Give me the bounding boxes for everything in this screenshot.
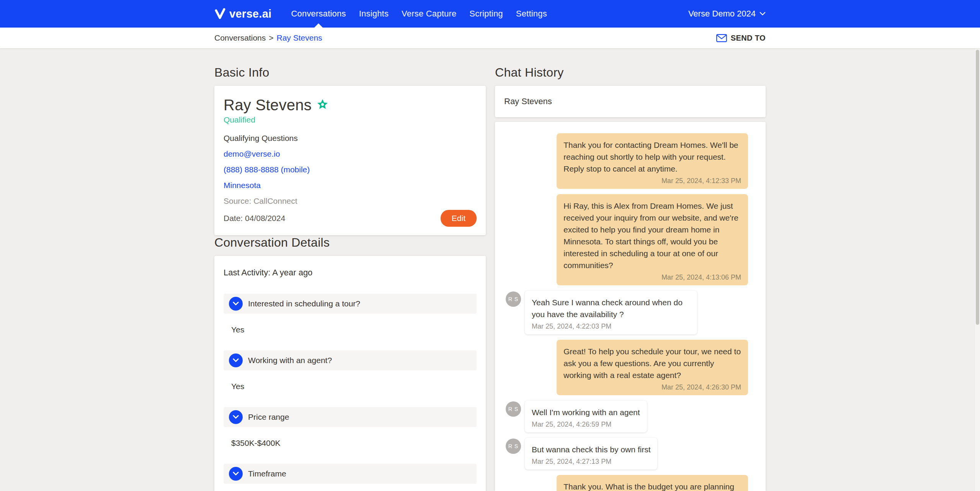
message-timestamp: Mar 25, 2024, 4:12:33 PM — [564, 177, 741, 185]
main-content: Basic Info Ray Stevens Qualified Qualify… — [214, 48, 766, 491]
location-link[interactable]: Minnesota — [224, 180, 477, 190]
question-row-price-range[interactable]: Price range — [224, 407, 477, 427]
message-text: Hi Ray, this is Alex from Dream Homes. W… — [564, 200, 741, 271]
conversation-details-heading: Conversation Details — [214, 235, 486, 250]
question-label: Interested in scheduling a tour? — [248, 299, 360, 308]
question-row-agent[interactable]: Working with an agent? — [224, 350, 477, 370]
edit-button[interactable]: Edit — [441, 210, 477, 227]
card-footer-row: Date: 04/08/2024 Edit — [224, 210, 477, 227]
left-column: Basic Info Ray Stevens Qualified Qualify… — [214, 65, 486, 491]
chat-message-outbound: Great! To help you schedule your tour, w… — [506, 340, 748, 395]
qualifying-questions-label: Qualifying Questions — [224, 133, 477, 143]
message-timestamp: Mar 25, 2024, 4:26:30 PM — [564, 383, 741, 391]
message-bubble: Thank you for contacting Dream Homes. We… — [557, 133, 748, 189]
chevron-circle-icon — [229, 297, 243, 311]
right-column: Chat History Ray Stevens Thank you for c… — [495, 65, 766, 491]
nav-item-settings[interactable]: Settings — [510, 0, 554, 28]
nav-item-insights[interactable]: Insights — [353, 0, 395, 28]
chat-message-inbound: R S Well I'm working with an agent Mar 2… — [506, 401, 748, 432]
message-timestamp: Mar 25, 2024, 4:22:03 PM — [532, 322, 690, 331]
basic-info-card: Ray Stevens Qualified Qualifying Questio… — [214, 86, 486, 235]
star-badge-icon — [316, 99, 329, 111]
question-block: Interested in scheduling a tour? Yes — [224, 294, 477, 334]
chevron-down-icon — [760, 12, 766, 16]
chevron-circle-icon — [229, 410, 243, 424]
send-to-label: SEND TO — [731, 34, 766, 43]
nav-item-label: Verse Capture — [402, 9, 456, 19]
message-text: Yeah Sure I wanna check around when do y… — [532, 296, 690, 320]
envelope-icon — [716, 34, 727, 42]
chat-message-inbound: R S Yeah Sure I wanna check around when … — [506, 291, 748, 334]
message-text: But wanna check this by own first — [532, 444, 650, 455]
breadcrumb-conversations-link[interactable]: Conversations — [214, 33, 266, 43]
message-bubble: Great! To help you schedule your tour, w… — [557, 340, 748, 395]
chevron-circle-icon — [229, 467, 243, 481]
question-answer: Yes — [231, 325, 477, 334]
question-label: Timeframe — [248, 469, 286, 478]
message-bubble: Thank you. What is the budget you are pl… — [557, 475, 748, 491]
message-timestamp: Mar 25, 2024, 4:26:59 PM — [532, 420, 640, 429]
question-answer: $350K-$400K — [231, 439, 477, 448]
page-scrollbar[interactable] — [975, 48, 980, 491]
nav-item-scripting[interactable]: Scripting — [463, 0, 509, 28]
chevron-circle-icon — [229, 354, 243, 367]
message-text: Well I'm working with an agent — [532, 406, 640, 418]
main-nav: Conversations Insights Verse Capture Scr… — [284, 0, 553, 28]
source-label: Source: CallConnect — [224, 196, 477, 206]
last-activity-label: Last Activity: A year ago — [224, 267, 477, 278]
breadcrumb-separator: > — [269, 33, 273, 43]
message-text: Thank you for contacting Dream Homes. We… — [564, 139, 741, 175]
message-timestamp: Mar 25, 2024, 4:27:13 PM — [532, 457, 650, 466]
message-bubble: Yeah Sure I wanna check around when do y… — [525, 291, 697, 334]
question-row-tour[interactable]: Interested in scheduling a tour? — [224, 294, 477, 314]
phone-link[interactable]: (888) 888-8888 (mobile) — [224, 165, 477, 175]
contact-name: Ray Stevens — [224, 97, 312, 113]
message-timestamp: Mar 25, 2024, 4:13:06 PM — [564, 273, 741, 282]
chat-message-inbound: R S But wanna check this by own first Ma… — [506, 438, 748, 470]
question-block: Timeframe 3-6 months — [224, 464, 477, 491]
date-label: Date: 04/08/2024 — [224, 214, 285, 223]
nav-item-label: Conversations — [291, 9, 346, 19]
status-badge: Qualified — [224, 115, 477, 125]
basic-info-heading: Basic Info — [214, 65, 486, 80]
chat-message-outbound: Hi Ray, this is Alex from Dream Homes. W… — [506, 194, 748, 285]
chat-scroll-area[interactable]: Thank you for contacting Dream Homes. We… — [495, 122, 756, 491]
conversation-details-card: Last Activity: A year ago Interested in … — [214, 256, 486, 491]
question-label: Price range — [248, 412, 289, 422]
nav-item-verse-capture[interactable]: Verse Capture — [395, 0, 463, 28]
question-block: Working with an agent? Yes — [224, 350, 477, 391]
avatar: R S — [506, 401, 521, 417]
brand-name: verse.ai — [229, 8, 271, 20]
message-text: Great! To help you schedule your tour, w… — [564, 345, 741, 381]
nav-item-label: Scripting — [469, 9, 503, 19]
question-answer: Yes — [231, 382, 477, 391]
email-link[interactable]: demo@verse.io — [224, 149, 477, 159]
message-text: Thank you. What is the budget you are pl… — [564, 481, 741, 491]
verse-logo[interactable]: verse.ai — [214, 8, 271, 20]
account-switcher[interactable]: Verse Demo 2024 — [688, 9, 766, 19]
question-block: Price range $350K-$400K — [224, 407, 477, 448]
breadcrumb-bar: Conversations > Ray Stevens SEND TO — [0, 28, 980, 48]
chat-participant-name: Ray Stevens — [504, 97, 552, 106]
nav-item-label: Insights — [359, 9, 389, 19]
page: verse.ai Conversations Insights Verse Ca… — [0, 0, 980, 491]
message-bubble: Well I'm working with an agent Mar 25, 2… — [525, 401, 647, 432]
avatar: R S — [506, 439, 521, 454]
breadcrumb: Conversations > Ray Stevens — [214, 33, 322, 43]
question-label: Working with an agent? — [248, 356, 332, 365]
account-name: Verse Demo 2024 — [688, 9, 756, 19]
page-scrollbar-thumb[interactable] — [976, 50, 979, 325]
contact-name-row: Ray Stevens — [224, 97, 477, 113]
chat-message-outbound: Thank you. What is the budget you are pl… — [506, 475, 748, 491]
chat-message-outbound: Thank you for contacting Dream Homes. We… — [506, 133, 748, 189]
chat-history-card: Thank you for contacting Dream Homes. We… — [495, 122, 766, 491]
message-bubble: But wanna check this by own first Mar 25… — [525, 438, 657, 470]
chat-participant-header: Ray Stevens — [495, 86, 766, 117]
nav-item-conversations[interactable]: Conversations — [284, 0, 352, 28]
verse-logo-icon — [214, 8, 226, 20]
message-bubble: Hi Ray, this is Alex from Dream Homes. W… — [557, 194, 748, 285]
send-to-button[interactable]: SEND TO — [716, 34, 766, 43]
question-row-timeframe[interactable]: Timeframe — [224, 464, 477, 484]
breadcrumb-current[interactable]: Ray Stevens — [277, 33, 322, 43]
chat-history-heading: Chat History — [495, 65, 766, 80]
